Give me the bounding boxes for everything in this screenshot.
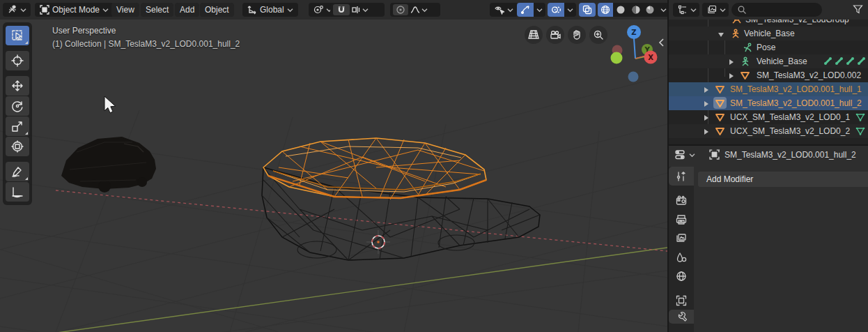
shading-solid-button[interactable] [613,3,628,17]
mode-label: Object Mode [52,5,100,15]
orientation-label: Global [260,5,284,15]
outliner-editor-icon [678,5,688,15]
xray-toggle[interactable] [579,3,596,17]
falloff-curve-icon [410,5,420,15]
snap-target-dropdown[interactable] [351,5,369,15]
toggle-orthographic-button[interactable] [525,26,543,44]
menu-view[interactable]: View [111,3,139,17]
tab-view-layer[interactable] [669,229,694,248]
overlays-toggle[interactable] [548,3,564,17]
tab-modifiers[interactable] [669,310,694,324]
expand-icon[interactable] [702,100,709,107]
shading-group [598,3,669,17]
tool-scale[interactable] [6,116,29,136]
outliner-row-lodgroup[interactable]: SM_TeslaM3_v2_LodGroup [669,20,868,27]
outliner-editor-selector[interactable] [673,3,699,17]
chevron-down-icon [102,8,109,13]
xray-icon [582,5,592,15]
gizmos-icon [520,5,530,15]
add-modifier-dropdown[interactable]: Add Modifier [698,172,868,187]
gizmo-group [517,3,545,17]
outliner-row-pose[interactable]: Pose [669,40,868,54]
tool-move[interactable] [6,76,29,96]
filter-button[interactable] [853,4,863,17]
menu-object[interactable]: Object [200,3,234,17]
shading-solid-icon [616,5,626,15]
shading-rendered-button[interactable] [644,3,658,17]
tool-transform[interactable] [6,137,29,156]
bone-icon [835,56,844,66]
expand-icon[interactable] [727,73,734,80]
outliner-row-ucx-1[interactable]: UCX_SM_TeslaM3_v2_LOD0_1 [669,110,868,124]
gizmo-neg-y-ball[interactable] [611,52,623,64]
tab-world[interactable] [669,266,694,285]
menu-add[interactable]: Add [175,3,199,17]
properties-editor: SM_TeslaM3_v2_LOD0.001_hull_2 [669,144,868,332]
mode-dropdown[interactable]: Object Mode [35,3,114,17]
outliner-row-hull-2[interactable]: SM_TeslaM3_v2_LOD0.001_hull_2 [669,96,868,110]
tool-annotate[interactable] [6,162,29,181]
mesh-icon [715,98,725,109]
armature-icon [730,29,741,39]
shading-material-button[interactable] [628,3,644,17]
tab-output[interactable] [669,210,694,229]
chevron-down-icon [362,8,369,13]
x-axis-line [56,190,667,251]
mesh-data-icon [855,112,865,122]
menu-select[interactable]: Select [141,3,173,17]
shading-wireframe-button[interactable] [598,3,613,17]
outliner-tree: SM_TeslaM3_v2_LodGroup Vehicle_Base Pose… [669,20,868,144]
collapse-icon[interactable] [718,31,724,38]
outliner-row-hull-1[interactable]: SM_TeslaM3_v2_LOD0.001_hull_1 [669,82,868,96]
transform-orientation-dropdown[interactable]: Global [242,3,298,17]
gizmo-x-label: X [648,54,653,61]
proportional-editing-toggle[interactable] [393,4,408,15]
editor-type-selector[interactable] [3,3,31,17]
properties-editor-icon [674,149,687,160]
navigation-gizmo[interactable]: Y Z X [611,25,658,82]
zoom-view-button[interactable] [589,26,607,44]
tab-scene[interactable] [669,248,694,266]
shading-material-icon [631,5,641,15]
gizmos-dropdown[interactable] [534,8,545,13]
mesh-icon [715,84,725,95]
chevron-down-icon [720,8,726,13]
tool-cursor[interactable] [6,51,29,70]
expand-icon[interactable] [702,114,709,121]
tool-measure[interactable] [6,182,29,202]
snap-group [330,3,385,17]
tool-rotate[interactable] [6,96,29,116]
tab-render[interactable] [669,191,694,210]
chevron-down-icon [536,8,543,13]
chevron-down-icon [660,8,667,13]
falloff-dropdown[interactable] [410,5,428,15]
tab-tool[interactable] [669,167,694,186]
expand-icon[interactable] [702,128,709,135]
pan-view-button[interactable] [568,26,586,44]
mesh-icon [715,112,725,123]
tool-select-box[interactable] [6,26,29,45]
overlays-dropdown[interactable] [564,8,576,13]
expand-icon[interactable] [727,59,734,66]
bone-icon [857,56,866,66]
dark-car-mesh[interactable] [61,137,156,193]
gizmo-neg-z-ball[interactable] [628,72,639,82]
gizmos-toggle[interactable] [517,3,534,17]
sidebar-collapse-icon[interactable] [660,39,663,46]
object-visibility-dropdown[interactable] [490,3,518,17]
outliner-row-ucx-2[interactable]: UCX_SM_TeslaM3_v2_LOD0_2 [669,124,868,138]
camera-view-button[interactable] [546,26,564,44]
tab-object[interactable] [669,291,694,310]
selected-hull-wireframe[interactable] [263,138,486,199]
outliner-row-vehicle-base-pose[interactable]: Vehicle_Base [669,54,868,68]
3d-viewport[interactable]: Y Z X User Perspective (1) Collection | … [0,20,667,332]
display-mode-dropdown[interactable] [702,3,729,17]
mesh-data-icon [855,126,865,136]
snap-toggle[interactable] [333,4,350,15]
empty-orange-icon [731,20,742,25]
outliner-search[interactable] [731,3,822,17]
outliner-row-lod0-002[interactable]: SM_TeslaM3_v2_LOD0.002 [669,68,868,82]
outliner-row-vehicle-base[interactable]: Vehicle_Base [669,27,868,40]
expand-icon[interactable] [702,86,709,93]
properties-editor-selector[interactable] [674,149,695,160]
